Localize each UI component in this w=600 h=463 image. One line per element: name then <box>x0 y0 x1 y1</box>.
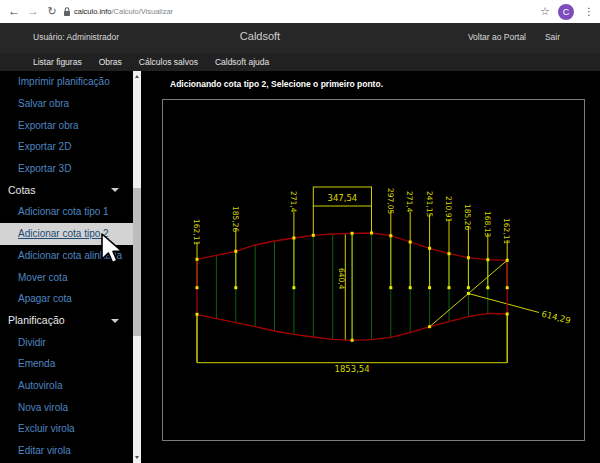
vertex-marker <box>292 286 295 289</box>
vertex-marker <box>351 339 354 342</box>
browser-menu-icon[interactable]: ⋮ <box>582 0 596 23</box>
vertex-marker <box>506 286 509 289</box>
sidebar-item-emenda[interactable]: Emenda <box>0 353 133 375</box>
sidebar-item-adicionar-cota-alinhada[interactable]: Adicionar cota alinhada <box>0 245 133 267</box>
scrollbar-down-icon[interactable] <box>133 452 141 463</box>
vertex-marker <box>428 325 431 328</box>
vertex-marker <box>389 234 392 237</box>
vertex-marker <box>506 313 509 316</box>
main-area: Adicionando cota tipo 2, Selecione o pri… <box>141 71 600 463</box>
sidebar-item-mover-cota[interactable]: Mover cota <box>0 266 133 288</box>
dimension-label: 185,26 <box>463 204 472 230</box>
sidebar-link-label: Exportar obra <box>0 120 79 131</box>
dimension-label: 241,15 <box>425 191 434 217</box>
vertex-marker <box>351 232 354 235</box>
vertex-marker <box>486 286 489 289</box>
sidebar-link-label: Excluir virola <box>0 423 75 434</box>
status-message: Adicionando cota tipo 2, Selecione o pri… <box>170 79 383 89</box>
sidebar-link-label: Imprimir planificação <box>0 76 110 87</box>
browser-toolbar: ← → ↻ calculo.info/Calculo/Visualizar ☆ … <box>0 0 600 23</box>
sidebar-item-dividir[interactable]: Dividir <box>0 331 133 353</box>
sidebar-item-exportar-obra[interactable]: Exportar obra <box>0 114 133 136</box>
vertex-marker <box>196 313 199 316</box>
address-bar[interactable]: calculo.info/Calculo/Visualizar <box>74 0 173 23</box>
url-path: /Calculo/Visualizar <box>112 7 174 16</box>
vertex-marker <box>389 286 392 289</box>
sidebar-link-label: Adicionar cota tipo 2 <box>0 228 109 239</box>
sidebar-link-label: Dividir <box>0 337 46 348</box>
reload-icon[interactable]: ↻ <box>44 0 60 23</box>
sidebar-link-label: Salvar obra <box>0 98 69 109</box>
sidebar-item-adicionar-cota-tipo-2[interactable]: Adicionar cota tipo 2 <box>0 223 133 245</box>
sidebar-link-label: Autovirola <box>0 380 62 391</box>
sidebar-link-label: Adicionar cota alinhada <box>0 250 122 261</box>
vertex-marker <box>448 286 451 289</box>
scrollbar-up-icon[interactable] <box>133 71 141 82</box>
dimension-label: 614,29 <box>541 309 572 326</box>
bookmark-star-icon[interactable]: ☆ <box>538 0 552 23</box>
sidebar-menu: Imprimir planificaçãoSalvar obraExportar… <box>0 71 133 463</box>
url-host: calculo.info <box>74 7 112 16</box>
vertex-marker <box>292 237 295 240</box>
drawing-canvas-frame: 162,11185,26271,4297,05271,4241,15210,91… <box>162 99 585 441</box>
vertex-marker <box>467 292 470 295</box>
sidebar-item-autovirola[interactable]: Autovirola <box>0 375 133 397</box>
sidebar-item-adicionar-cota-tipo-1[interactable]: Adicionar cota tipo 1 <box>0 201 133 223</box>
sidebar-item-excluir-virola[interactable]: Excluir virola <box>0 418 133 440</box>
sidebar-item-imprimir-planifica-o[interactable]: Imprimir planificação <box>0 71 133 93</box>
voltar-portal-link[interactable]: Voltar ao Portal <box>468 32 526 42</box>
sidebar-link-label: Apagar cota <box>0 293 72 304</box>
sidebar-link-label: Adicionar cota tipo 1 <box>0 206 109 217</box>
drawing-canvas[interactable]: 162,11185,26271,4297,05271,4241,15210,91… <box>163 100 584 440</box>
sidebar-item-cotas: Cotas <box>0 179 133 201</box>
vertex-marker <box>409 241 412 244</box>
sidebar-item-editar-virola[interactable]: Editar virola <box>0 440 133 462</box>
vertex-marker <box>428 247 431 250</box>
vertex-marker <box>448 252 451 255</box>
sidebar-item-planifica-o: Planificação <box>0 310 133 332</box>
sidebar-item-nova-virola[interactable]: Nova virola <box>0 396 133 418</box>
nav-item-2[interactable]: Obras <box>99 57 122 67</box>
dimension-label: 297,05 <box>386 188 395 214</box>
dimension-label: 271,4 <box>405 191 414 213</box>
dimension-label: 162,11 <box>192 219 201 245</box>
sidebar-scrollbar-thumb[interactable] <box>133 188 141 336</box>
nav-item-3[interactable]: Cálculos salvos <box>139 57 198 67</box>
app-topbar: Usuário: Administrador Caldsoft Voltar a… <box>0 23 600 53</box>
user-label: Usuário: Administrador <box>33 32 119 42</box>
chevron-down-icon[interactable] <box>111 319 119 323</box>
sidebar-item-salvar-obra[interactable]: Salvar obra <box>0 93 133 115</box>
sidebar-link-label: Exportar 3D <box>0 163 71 174</box>
nav-item-1[interactable]: Listar figuras <box>33 57 82 67</box>
vertex-marker <box>196 258 199 261</box>
vertex-marker <box>234 250 237 253</box>
dimension-label: 168,13 <box>483 211 492 237</box>
nav-item-4[interactable]: Caldsoft ajuda <box>215 57 269 67</box>
sidebar-item-exportar-2d[interactable]: Exportar 2D <box>0 136 133 158</box>
lock-icon <box>63 7 71 17</box>
vertex-marker <box>467 256 470 259</box>
vertex-marker <box>486 258 489 261</box>
dimension-label: 210,91 <box>444 196 453 222</box>
leader-line <box>468 294 539 313</box>
sidebar-section-label: Cotas <box>0 184 35 196</box>
browser-window: ← → ↻ calculo.info/Calculo/Visualizar ☆ … <box>0 0 600 463</box>
vertex-marker <box>409 286 412 289</box>
back-icon[interactable]: ← <box>6 0 22 23</box>
dimension-label: 185,26 <box>231 206 240 232</box>
vertex-marker <box>196 286 199 289</box>
profile-avatar[interactable]: C <box>558 4 574 20</box>
vertex-marker <box>506 259 509 262</box>
dimension-label: 1853,54 <box>335 364 370 374</box>
sidebar-link-label: Mover cota <box>0 272 67 283</box>
sidebar-item-exportar-3d[interactable]: Exportar 3D <box>0 158 133 180</box>
vertex-marker <box>370 232 373 235</box>
forward-icon[interactable]: → <box>25 0 41 23</box>
sidebar-item-apagar-cota[interactable]: Apagar cota <box>0 288 133 310</box>
dimension-label: 640,4 <box>337 268 346 290</box>
sair-link[interactable]: Sair <box>545 32 560 42</box>
chevron-down-icon[interactable] <box>111 188 119 192</box>
dimension-label: 271,4 <box>289 191 298 213</box>
sidebar-link-label: Emenda <box>0 358 55 369</box>
vertex-marker <box>312 234 315 237</box>
